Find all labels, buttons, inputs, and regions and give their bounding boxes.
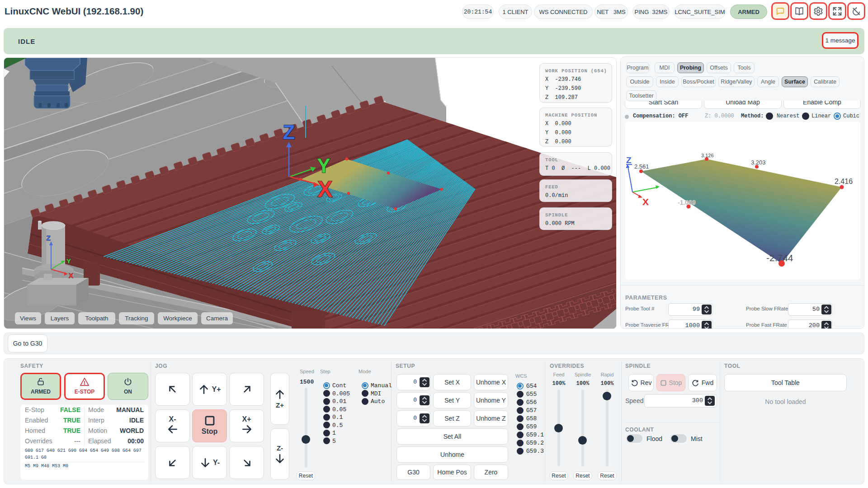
svg-text:X: X <box>642 197 649 207</box>
svg-text:Z: Z <box>283 121 295 143</box>
svg-text:X: X <box>69 272 73 279</box>
svg-text:2.416: 2.416 <box>835 178 853 185</box>
svg-text:Z: Z <box>626 155 632 165</box>
svg-text:3.126: 3.126 <box>701 153 714 158</box>
svg-text:2.561: 2.561 <box>634 163 649 170</box>
svg-text:X: X <box>317 177 332 202</box>
svg-text:Y: Y <box>317 155 330 177</box>
svg-text:-1.069: -1.069 <box>678 199 696 206</box>
svg-text:Y: Y <box>66 257 71 265</box>
svg-text:Z: Z <box>46 234 50 242</box>
svg-text:3.203: 3.203 <box>751 159 766 166</box>
svg-text:-2.744: -2.744 <box>766 253 793 263</box>
